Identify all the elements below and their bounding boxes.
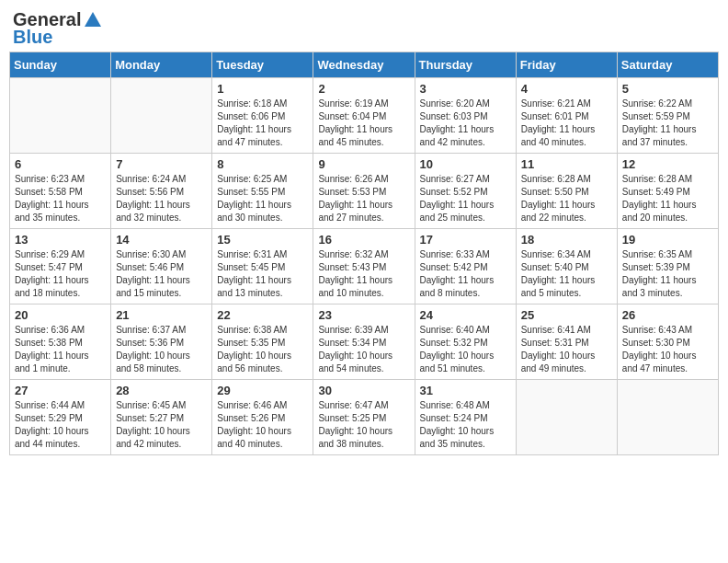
- day-number: 8: [217, 157, 308, 171]
- calendar-cell: 27Sunrise: 6:44 AM Sunset: 5:29 PM Dayli…: [10, 380, 111, 455]
- day-info: Sunrise: 6:46 AM Sunset: 5:26 PM Dayligh…: [217, 399, 308, 451]
- day-info: Sunrise: 6:44 AM Sunset: 5:29 PM Dayligh…: [15, 399, 106, 451]
- day-of-week-header: Wednesday: [313, 52, 415, 78]
- calendar-cell: 4Sunrise: 6:21 AM Sunset: 6:01 PM Daylig…: [516, 78, 617, 154]
- day-number: 14: [116, 233, 207, 247]
- svg-marker-0: [85, 12, 101, 27]
- day-info: Sunrise: 6:18 AM Sunset: 6:06 PM Dayligh…: [217, 98, 308, 149]
- day-info: Sunrise: 6:27 AM Sunset: 5:52 PM Dayligh…: [420, 173, 511, 224]
- day-info: Sunrise: 6:31 AM Sunset: 5:45 PM Dayligh…: [217, 248, 308, 300]
- day-info: Sunrise: 6:19 AM Sunset: 6:04 PM Dayligh…: [318, 98, 409, 149]
- calendar-cell: 23Sunrise: 6:39 AM Sunset: 5:34 PM Dayli…: [313, 304, 415, 380]
- calendar-cell: 30Sunrise: 6:47 AM Sunset: 5:25 PM Dayli…: [313, 380, 415, 455]
- day-number: 6: [15, 157, 106, 171]
- day-number: 11: [521, 157, 612, 171]
- day-of-week-header: Sunday: [10, 52, 111, 78]
- day-info: Sunrise: 6:33 AM Sunset: 5:42 PM Dayligh…: [420, 248, 511, 300]
- day-info: Sunrise: 6:22 AM Sunset: 5:59 PM Dayligh…: [622, 98, 713, 149]
- calendar-cell: 21Sunrise: 6:37 AM Sunset: 5:36 PM Dayli…: [111, 304, 212, 380]
- calendar-cell: 14Sunrise: 6:30 AM Sunset: 5:46 PM Dayli…: [111, 229, 212, 304]
- day-number: 10: [420, 157, 511, 171]
- day-number: 31: [420, 384, 511, 397]
- day-info: Sunrise: 6:43 AM Sunset: 5:30 PM Dayligh…: [622, 324, 713, 375]
- day-info: Sunrise: 6:39 AM Sunset: 5:34 PM Dayligh…: [318, 324, 409, 375]
- calendar-cell: 6Sunrise: 6:23 AM Sunset: 5:58 PM Daylig…: [10, 154, 111, 229]
- calendar-cell: 7Sunrise: 6:24 AM Sunset: 5:56 PM Daylig…: [111, 154, 212, 229]
- calendar-cell: [516, 380, 617, 455]
- calendar-week-row: 20Sunrise: 6:36 AM Sunset: 5:38 PM Dayli…: [10, 304, 719, 380]
- day-number: 27: [15, 384, 106, 397]
- day-number: 12: [622, 157, 713, 171]
- calendar-cell: 22Sunrise: 6:38 AM Sunset: 5:35 PM Dayli…: [212, 304, 313, 380]
- calendar-week-row: 13Sunrise: 6:29 AM Sunset: 5:47 PM Dayli…: [10, 229, 719, 304]
- day-info: Sunrise: 6:38 AM Sunset: 5:35 PM Dayligh…: [217, 324, 308, 375]
- day-number: 24: [420, 308, 511, 322]
- day-number: 13: [15, 233, 106, 247]
- day-number: 3: [420, 82, 511, 96]
- calendar-cell: 15Sunrise: 6:31 AM Sunset: 5:45 PM Dayli…: [212, 229, 313, 304]
- calendar-cell: 29Sunrise: 6:46 AM Sunset: 5:26 PM Dayli…: [212, 380, 313, 455]
- day-number: 19: [622, 233, 713, 247]
- day-info: Sunrise: 6:28 AM Sunset: 5:49 PM Dayligh…: [622, 173, 713, 224]
- calendar-header-row: SundayMondayTuesdayWednesdayThursdayFrid…: [10, 52, 719, 78]
- calendar-cell: 3Sunrise: 6:20 AM Sunset: 6:03 PM Daylig…: [415, 78, 516, 154]
- day-info: Sunrise: 6:35 AM Sunset: 5:39 PM Dayligh…: [622, 248, 713, 300]
- day-of-week-header: Friday: [516, 52, 617, 78]
- day-number: 16: [318, 233, 409, 247]
- calendar-cell: 20Sunrise: 6:36 AM Sunset: 5:38 PM Dayli…: [10, 304, 111, 380]
- day-info: Sunrise: 6:37 AM Sunset: 5:36 PM Dayligh…: [116, 324, 207, 375]
- day-info: Sunrise: 6:26 AM Sunset: 5:53 PM Dayligh…: [318, 173, 409, 224]
- day-info: Sunrise: 6:21 AM Sunset: 6:01 PM Dayligh…: [521, 98, 612, 149]
- calendar-cell: 19Sunrise: 6:35 AM Sunset: 5:39 PM Dayli…: [617, 229, 718, 304]
- day-info: Sunrise: 6:30 AM Sunset: 5:46 PM Dayligh…: [116, 248, 207, 300]
- calendar-cell: 16Sunrise: 6:32 AM Sunset: 5:43 PM Dayli…: [313, 229, 415, 304]
- calendar-cell: 8Sunrise: 6:25 AM Sunset: 5:55 PM Daylig…: [212, 154, 313, 229]
- calendar-week-row: 1Sunrise: 6:18 AM Sunset: 6:06 PM Daylig…: [10, 78, 719, 154]
- calendar-week-row: 6Sunrise: 6:23 AM Sunset: 5:58 PM Daylig…: [10, 154, 719, 229]
- day-info: Sunrise: 6:47 AM Sunset: 5:25 PM Dayligh…: [318, 399, 409, 451]
- calendar-cell: 18Sunrise: 6:34 AM Sunset: 5:40 PM Dayli…: [516, 229, 617, 304]
- logo: General Blue: [13, 9, 103, 48]
- day-number: 4: [521, 82, 612, 96]
- day-info: Sunrise: 6:32 AM Sunset: 5:43 PM Dayligh…: [318, 248, 409, 300]
- logo-icon: [83, 10, 103, 30]
- day-number: 20: [15, 308, 106, 322]
- day-info: Sunrise: 6:48 AM Sunset: 5:24 PM Dayligh…: [420, 399, 511, 451]
- day-info: Sunrise: 6:20 AM Sunset: 6:03 PM Dayligh…: [420, 98, 511, 149]
- calendar-cell: 11Sunrise: 6:28 AM Sunset: 5:50 PM Dayli…: [516, 154, 617, 229]
- calendar-cell: 10Sunrise: 6:27 AM Sunset: 5:52 PM Dayli…: [415, 154, 516, 229]
- calendar-cell: 25Sunrise: 6:41 AM Sunset: 5:31 PM Dayli…: [516, 304, 617, 380]
- page-header: General Blue: [9, 9, 719, 48]
- day-number: 26: [622, 308, 713, 322]
- calendar-cell: 13Sunrise: 6:29 AM Sunset: 5:47 PM Dayli…: [10, 229, 111, 304]
- day-number: 1: [217, 82, 308, 96]
- day-number: 28: [116, 384, 207, 397]
- day-info: Sunrise: 6:34 AM Sunset: 5:40 PM Dayligh…: [521, 248, 612, 300]
- day-number: 7: [116, 157, 207, 171]
- day-info: Sunrise: 6:28 AM Sunset: 5:50 PM Dayligh…: [521, 173, 612, 224]
- day-number: 21: [116, 308, 207, 322]
- day-number: 2: [318, 82, 409, 96]
- day-info: Sunrise: 6:24 AM Sunset: 5:56 PM Dayligh…: [116, 173, 207, 224]
- day-number: 29: [217, 384, 308, 397]
- day-number: 30: [318, 384, 409, 397]
- calendar-cell: 26Sunrise: 6:43 AM Sunset: 5:30 PM Dayli…: [617, 304, 718, 380]
- day-number: 25: [521, 308, 612, 322]
- day-number: 23: [318, 308, 409, 322]
- day-number: 15: [217, 233, 308, 247]
- calendar-cell: 17Sunrise: 6:33 AM Sunset: 5:42 PM Dayli…: [415, 229, 516, 304]
- day-of-week-header: Thursday: [415, 52, 516, 78]
- calendar-cell: 2Sunrise: 6:19 AM Sunset: 6:04 PM Daylig…: [313, 78, 415, 154]
- calendar-cell: 1Sunrise: 6:18 AM Sunset: 6:06 PM Daylig…: [212, 78, 313, 154]
- day-number: 5: [622, 82, 713, 96]
- day-of-week-header: Saturday: [617, 52, 718, 78]
- day-of-week-header: Tuesday: [212, 52, 313, 78]
- day-info: Sunrise: 6:29 AM Sunset: 5:47 PM Dayligh…: [15, 248, 106, 300]
- calendar-cell: 24Sunrise: 6:40 AM Sunset: 5:32 PM Dayli…: [415, 304, 516, 380]
- calendar-week-row: 27Sunrise: 6:44 AM Sunset: 5:29 PM Dayli…: [10, 380, 719, 455]
- day-number: 9: [318, 157, 409, 171]
- calendar-cell: 28Sunrise: 6:45 AM Sunset: 5:27 PM Dayli…: [111, 380, 212, 455]
- day-of-week-header: Monday: [111, 52, 212, 78]
- day-number: 18: [521, 233, 612, 247]
- day-number: 17: [420, 233, 511, 247]
